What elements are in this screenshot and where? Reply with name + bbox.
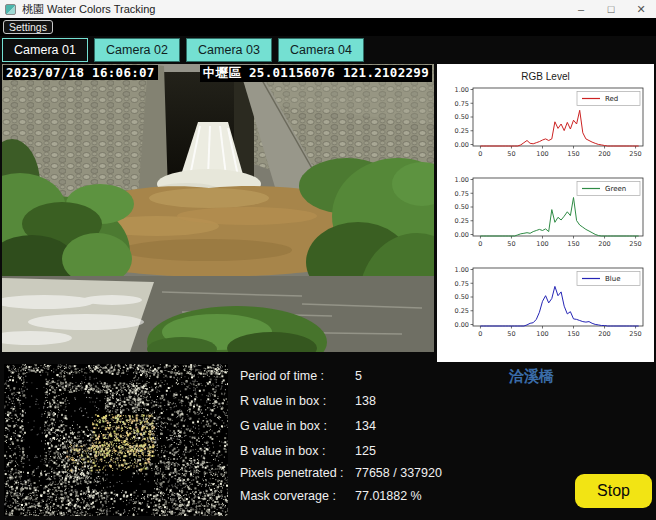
title-bar: 桃園 Water Colors Tracking – □ ✕ — [0, 0, 656, 18]
svg-text:250: 250 — [629, 240, 641, 248]
chart-title: RGB Level — [437, 64, 654, 82]
svg-text:0: 0 — [478, 240, 482, 248]
info-value: 77658 / 337920 — [355, 466, 442, 480]
svg-text:0: 0 — [478, 150, 482, 158]
info-label: B value in box : — [240, 444, 325, 458]
info-row: G value in box :134 — [240, 419, 570, 435]
info-value: 5 — [355, 369, 362, 383]
info-label: R value in box : — [240, 394, 326, 408]
tab-camera-04[interactable]: Camera 04 — [278, 38, 364, 62]
camera-view: 2023/07/18 16:06:07 中壢區 25.01156076 121.… — [2, 64, 434, 352]
svg-text:200: 200 — [598, 330, 610, 338]
camera-location: 中壢區 25.01156076 121.2102299 — [200, 65, 432, 82]
info-label: Mask corverage : — [240, 489, 336, 503]
info-value: 77.01882 % — [355, 489, 422, 503]
svg-text:200: 200 — [598, 240, 610, 248]
histogram-green: 1.000.750.500.250.00050100150200250Green — [439, 174, 651, 264]
info-row: R value in box :138 — [240, 394, 570, 410]
svg-text:100: 100 — [536, 150, 548, 158]
svg-text:0.75: 0.75 — [455, 100, 469, 108]
svg-text:0.00: 0.00 — [455, 321, 469, 329]
svg-text:0.25: 0.25 — [455, 307, 469, 315]
camera-scene — [2, 64, 434, 352]
svg-text:0.75: 0.75 — [455, 280, 469, 288]
legend-blue: Blue — [605, 275, 621, 283]
info-value: 138 — [355, 394, 376, 408]
site-name-label: 洽溪橋 — [509, 367, 554, 386]
svg-text:0.00: 0.00 — [455, 231, 469, 239]
info-row: Pixels penetrated :77658 / 337920 — [240, 466, 570, 482]
svg-text:0.50: 0.50 — [455, 203, 469, 211]
legend-red: Red — [605, 95, 618, 103]
tab-camera-01[interactable]: Camera 01 — [2, 38, 88, 62]
svg-text:0: 0 — [478, 330, 482, 338]
svg-text:150: 150 — [567, 150, 579, 158]
svg-text:150: 150 — [567, 330, 579, 338]
camera-timestamp: 2023/07/18 16:06:07 — [3, 65, 158, 80]
info-label: G value in box : — [240, 419, 327, 433]
close-icon[interactable]: ✕ — [626, 0, 656, 18]
histogram-blue: 1.000.750.500.250.00050100150200250Blue — [439, 264, 651, 354]
info-label: Period of time : — [240, 369, 324, 383]
settings-button[interactable]: Settings — [3, 20, 53, 34]
maximize-icon[interactable]: □ — [596, 0, 626, 18]
svg-text:250: 250 — [629, 330, 641, 338]
info-row: B value in box :125 — [240, 444, 570, 460]
svg-text:100: 100 — [536, 240, 548, 248]
window-title: 桃園 Water Colors Tracking — [22, 2, 155, 17]
tab-camera-03[interactable]: Camera 03 — [186, 38, 272, 62]
info-value: 134 — [355, 419, 376, 433]
rgb-charts: 1.000.750.500.250.00050100150200250Red1.… — [437, 84, 654, 354]
svg-text:200: 200 — [598, 150, 610, 158]
svg-text:0.75: 0.75 — [455, 190, 469, 198]
rgb-panel: RGB Level 1.000.750.500.250.000501001502… — [437, 64, 654, 362]
svg-text:100: 100 — [536, 330, 548, 338]
menu-bar: Settings — [0, 18, 656, 36]
svg-text:50: 50 — [507, 330, 515, 338]
svg-text:0.00: 0.00 — [455, 141, 469, 149]
stop-button[interactable]: Stop — [575, 474, 652, 508]
histogram-red: 1.000.750.500.250.00050100150200250Red — [439, 84, 651, 174]
svg-text:0.50: 0.50 — [455, 293, 469, 301]
svg-text:0.50: 0.50 — [455, 113, 469, 121]
app-icon — [5, 4, 16, 15]
mask-image — [4, 364, 228, 516]
svg-text:0.25: 0.25 — [455, 217, 469, 225]
info-value: 125 — [355, 444, 376, 458]
svg-text:50: 50 — [507, 240, 515, 248]
minimize-icon[interactable]: – — [566, 0, 596, 18]
svg-text:0.25: 0.25 — [455, 127, 469, 135]
window-controls: – □ ✕ — [566, 0, 656, 18]
svg-text:50: 50 — [507, 150, 515, 158]
legend-green: Green — [605, 185, 626, 193]
svg-text:250: 250 — [629, 150, 641, 158]
svg-text:1.00: 1.00 — [455, 176, 469, 184]
svg-text:150: 150 — [567, 240, 579, 248]
app-window: 桃園 Water Colors Tracking – □ ✕ Settings … — [0, 0, 656, 520]
tab-camera-02[interactable]: Camera 02 — [94, 38, 180, 62]
info-row: Mask corverage :77.01882 % — [240, 489, 570, 505]
info-label: Pixels penetrated : — [240, 466, 344, 480]
svg-text:1.00: 1.00 — [455, 266, 469, 274]
tab-bar: Camera 01Camera 02Camera 03Camera 04 — [0, 36, 656, 64]
svg-text:1.00: 1.00 — [455, 86, 469, 94]
